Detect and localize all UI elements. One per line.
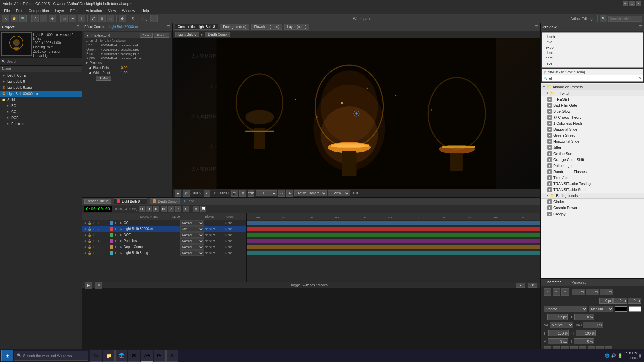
preset-bad-film-gate[interactable]: ▶ Bad Film Gate [541,102,644,108]
start-button[interactable]: ⊞ [1,350,13,362]
char-kerning-select[interactable]: MetricsOptical0 [550,322,573,328]
char-spacing-input-3[interactable] [600,289,613,295]
tl-prev-frame-btn[interactable]: ◀ [146,206,152,212]
character-tab[interactable]: Character [543,279,563,285]
timeline-tab-depth-comp[interactable]: Depth Comp [150,198,180,204]
layer-2-lock-icon[interactable]: 🔒 [87,227,91,231]
project-item-particles[interactable]: ■ Particles [0,121,82,127]
tl-add-keyframe-btn[interactable]: ◆ [193,206,199,212]
char-color-swatch-2[interactable] [629,306,641,312]
effects-search-clear-icon[interactable]: × [639,76,641,81]
taskbar-browser[interactable]: 🌐 [115,350,127,362]
comp-snapshot-btn[interactable]: 📷 [231,190,238,197]
layer-row-6[interactable]: 👁 🔒 ☆ 6 ▶ 🖼 Light Bulb 8.png Normal None… [82,250,246,256]
taskbar-volume-icon[interactable]: 🔊 [611,353,616,358]
tool-zoom[interactable]: 🔍 [19,15,27,22]
taskbar-network-icon[interactable]: 🌐 [605,353,610,358]
layer-4-visibility-icon[interactable]: 👁 [83,239,87,243]
project-search-input[interactable] [7,60,80,63]
comp-resolution-select[interactable]: FullHalfThirdQuarter [256,190,277,196]
twitch-section-header[interactable]: ▼ 📁 —Twitch— [541,90,644,96]
layer-2-visibility-icon[interactable]: 👁 [83,227,87,231]
dropdown-item-leve[interactable]: leve [544,61,641,66]
tab-close-icon[interactable]: × [142,200,144,203]
timeline-tracks[interactable] [247,220,540,282]
layer-row-5[interactable]: 👁 🔒 ☆ 5 ▶ ◈ Depth Comp Normal None ▼ Non… [82,244,246,250]
char-scale-input-2[interactable] [576,330,596,336]
snapping-toggle[interactable]: ⋮ [150,15,158,22]
layer-6-visibility-icon[interactable]: 👁 [83,251,87,255]
char-font-select[interactable]: Roboto [544,306,587,312]
comp-zoom-dropdown[interactable]: ▼ [204,190,210,197]
process-header[interactable]: ▼ Process [84,60,171,65]
char-spacing-input-1[interactable] [572,289,585,295]
comp-camera-select[interactable]: Active Camera [294,190,327,196]
comp-audio-btn[interactable]: 🔊 [183,190,190,197]
layer-6-expand[interactable]: ▶ [114,251,118,254]
search-help-input[interactable] [608,16,642,22]
layer-3-visibility-icon[interactable]: 👁 [83,233,87,237]
menu-window[interactable]: Window [119,7,138,14]
track-row-6[interactable] [247,250,540,256]
menu-view[interactable]: View [105,7,119,14]
backgrounds-section-header[interactable]: ▼ 📁 Backgrounds [541,193,644,199]
char-spacing-input-6[interactable] [628,298,641,304]
project-panel-menu-icon[interactable]: ☰ [76,25,80,29]
project-item-dof[interactable]: ■ DOF [0,115,82,121]
tool-text[interactable]: T [78,15,85,22]
char-size-input-2[interactable] [574,314,594,320]
layer-3-solo-icon[interactable]: ☆ [92,233,96,237]
comp-tab-composition[interactable]: Composition Light Bulb 8 [175,24,218,30]
black-point-value[interactable]: 0.00 [121,66,127,70]
tool-rotate[interactable]: ↺ [31,15,39,22]
comp-region-btn[interactable]: ▭ [278,190,285,197]
layer-2-solo-icon[interactable]: ☆ [92,227,96,231]
layer-1-solo-icon[interactable]: ☆ [92,221,96,225]
project-item-light-bulb-8[interactable]: ◈ Light Bulb 8 [0,78,82,84]
layer-6-lock-icon[interactable]: 🔒 [87,251,91,255]
preset-transit-color-testing[interactable]: ▶ TRANSIT...olor Testing [541,181,644,187]
preset-on-the-sun[interactable]: ▶ On the Sun [541,150,644,157]
preset-random-flashes[interactable]: ▶ Random ...r Flashes [541,169,644,175]
layer-5-lock-icon[interactable]: 🔒 [87,245,91,249]
menu-animation[interactable]: Animation [83,7,105,14]
taskbar-battery-icon[interactable]: 🔋 [618,353,623,358]
track-row-2[interactable] [247,226,540,232]
comp-tab-flowchart[interactable]: Flowchart (none) [251,24,282,30]
menu-help[interactable]: Help [139,7,152,14]
layer-6-name[interactable]: Light Bulb 8.png [124,251,180,255]
menu-effect[interactable]: Effect [67,7,82,14]
preset-time-jitters[interactable]: ▶ Time Jitters [541,175,644,181]
preset-green-street[interactable]: ▶ Green Street [541,132,644,138]
project-item-bg[interactable]: ■ BG [0,103,82,109]
menu-edit[interactable]: Edit [13,7,25,14]
track-row-5[interactable] [247,244,540,250]
status-options-btn[interactable]: ⊕ [95,282,102,289]
preset-transit-striped[interactable]: ▶ TRANSIT...ide Striped [541,187,644,193]
breadcrumb-light-bulb-8[interactable]: Light Bulb 8 [175,32,199,37]
preset-police-lights[interactable]: ▶ Police Lights [541,163,644,169]
layer-3-lock-icon[interactable]: 🔒 [87,233,91,237]
track-row-4[interactable] [247,238,540,244]
tool-clone[interactable]: ⊞ [98,15,106,22]
menu-layer[interactable]: Layer [52,7,67,14]
comp-play-btn[interactable]: ▶ [175,190,181,197]
extractor-check[interactable]: ✓ [90,34,93,37]
preset-orange-color-shift[interactable]: ▶ Orange Color Shift [541,157,644,163]
layer-2-expand[interactable]: ▶ [114,227,118,230]
extractor-title[interactable]: ▼ ✓ ExtractorR Reset About... [84,32,171,38]
preset-cosmic-power[interactable]: ▶ Cosmic Power [541,205,644,211]
tool-pan[interactable]: ⊕ [49,15,56,22]
track-row-3[interactable] [247,232,540,238]
layer-5-expand[interactable]: ▶ [114,245,118,248]
char-scale-input-1[interactable] [548,330,569,336]
track-row-1[interactable] [247,220,540,226]
layer-5-visibility-icon[interactable]: 👁 [83,245,87,249]
preset-chaos-theory[interactable]: ▶ @ Chaos Theory [541,114,644,120]
timeline-time-display[interactable]: 0:00:00:00 [84,206,112,212]
layer-6-mode[interactable]: Normal [180,250,204,256]
preset-horizontal-slide[interactable]: ▶ Horizontal Slide [541,138,644,144]
tl-video-btn[interactable]: ▶ [183,206,189,212]
char-align-left[interactable]: ≡ [544,288,551,296]
layer-2-mode[interactable]: AddNormal [180,226,204,232]
